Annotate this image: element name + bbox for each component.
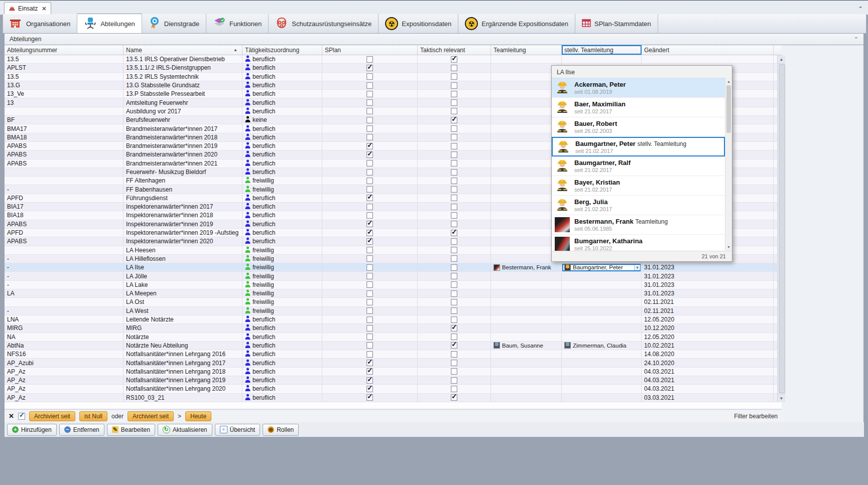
taktisch-relevant-checkbox[interactable] bbox=[451, 143, 457, 149]
module-tab-dienstgrade[interactable]: Dienstgrade bbox=[142, 14, 206, 33]
splan-checkbox[interactable] bbox=[366, 255, 373, 262]
splan-checkbox[interactable] bbox=[366, 299, 373, 305]
taktisch-relevant-checkbox[interactable] bbox=[451, 125, 457, 132]
splan-checkbox[interactable] bbox=[366, 73, 373, 80]
filter-chip[interactable]: Archiviert seit bbox=[128, 411, 174, 421]
splan-checkbox[interactable] bbox=[366, 56, 373, 63]
popup-person-item[interactable]: Ackerman, Peterseit 01.08.2019 bbox=[552, 78, 725, 98]
taktisch-relevant-checkbox[interactable] bbox=[451, 377, 457, 384]
popup-scrollbar-thumb[interactable] bbox=[726, 85, 731, 133]
splan-checkbox[interactable] bbox=[366, 212, 373, 219]
scroll-up-icon[interactable]: ▲ bbox=[778, 55, 785, 64]
splan-checkbox[interactable] bbox=[366, 178, 373, 184]
taktisch-relevant-checkbox[interactable] bbox=[451, 342, 457, 349]
module-tab-abteilungen[interactable]: Abteilungen bbox=[77, 14, 142, 33]
bearbeiten-button[interactable]: ✎Bearbeiten bbox=[107, 424, 155, 436]
rollen-button[interactable]: ◉Rollen bbox=[263, 424, 299, 436]
module-tab-erg-expo[interactable]: ☢Ergänzende Expositionsdaten bbox=[458, 14, 575, 33]
filter-chip[interactable]: ist Null bbox=[79, 411, 107, 421]
taktisch-relevant-checkbox[interactable] bbox=[451, 65, 457, 71]
splan-checkbox[interactable] bbox=[366, 351, 373, 358]
splan-checkbox[interactable] bbox=[366, 169, 373, 176]
splan-checkbox[interactable] bbox=[366, 230, 373, 236]
filter-enabled-checkbox[interactable] bbox=[18, 413, 25, 420]
taktisch-relevant-checkbox[interactable] bbox=[451, 186, 457, 193]
splan-checkbox[interactable] bbox=[366, 134, 373, 140]
module-tab-funktionen[interactable]: Funktionen bbox=[206, 14, 269, 33]
splan-checkbox[interactable] bbox=[366, 125, 373, 132]
table-row[interactable]: LALA Meepenfreiwillig31.01.2023 bbox=[5, 289, 782, 298]
splan-checkbox[interactable] bbox=[366, 151, 373, 158]
column-header-splan[interactable]: SPlan bbox=[322, 45, 418, 55]
table-row[interactable]: -LA Lakefreiwillig31.01.2023 bbox=[5, 281, 782, 289]
taktisch-relevant-checkbox[interactable] bbox=[451, 281, 457, 288]
column-header-stl[interactable]: stellv. Teamleitung bbox=[562, 45, 642, 55]
splan-checkbox[interactable] bbox=[366, 160, 373, 167]
module-tab-splan[interactable]: SPlan-Stammdaten bbox=[575, 14, 658, 33]
chevron-down-icon[interactable]: ⌄ bbox=[858, 3, 863, 10]
taktisch-relevant-checkbox[interactable] bbox=[451, 325, 457, 332]
taktisch-relevant-checkbox[interactable] bbox=[451, 221, 457, 227]
table-row[interactable]: NANotärzteberuflich12.05.2020 bbox=[5, 333, 782, 342]
aktualisieren-button[interactable]: ↻Aktualisieren bbox=[158, 424, 212, 436]
table-row[interactable]: LNALeitende Notärzteberuflich12.05.2020 bbox=[5, 315, 782, 324]
table-row[interactable]: 13.513.5.1 IRLS Operativer Dienstbetrieb… bbox=[5, 55, 782, 64]
popup-scroll-up-icon[interactable]: ▲ bbox=[725, 78, 732, 85]
splan-checkbox[interactable] bbox=[366, 195, 373, 201]
taktisch-relevant-checkbox[interactable] bbox=[451, 273, 457, 279]
popup-person-item[interactable]: Bauer, Robertseit 26.02.2003 bbox=[552, 117, 725, 137]
collapse-icon[interactable]: ⌃ bbox=[854, 36, 858, 43]
splan-checkbox[interactable] bbox=[366, 342, 373, 349]
filter-edit-link[interactable]: Filter bearbeiten bbox=[734, 413, 778, 420]
table-row[interactable]: LA Ostfreiwillig02.11.2021 bbox=[5, 298, 782, 306]
splan-checkbox[interactable] bbox=[366, 325, 373, 332]
splan-checkbox[interactable] bbox=[366, 377, 373, 384]
popup-person-item[interactable]: Bumgarner, Katharinaseit 25.10.2022 bbox=[552, 235, 725, 251]
table-row[interactable]: AP_AzNotfallsanitäter*innen Lehrgang 201… bbox=[5, 376, 782, 385]
table-row[interactable]: AP_AzNotfallsanitäter*innen Lehrgang 201… bbox=[5, 368, 782, 376]
taktisch-relevant-checkbox[interactable] bbox=[451, 299, 457, 305]
column-header-name[interactable]: Name▲ bbox=[123, 45, 242, 55]
splan-checkbox[interactable] bbox=[366, 273, 373, 279]
filter-clear-icon[interactable]: ✕ bbox=[9, 412, 14, 420]
taktisch-relevant-checkbox[interactable] bbox=[451, 307, 457, 314]
taktisch-relevant-checkbox[interactable] bbox=[451, 117, 457, 123]
column-header-act[interactable]: Tätigkeitszuordnung bbox=[242, 45, 322, 55]
splan-checkbox[interactable] bbox=[366, 108, 373, 114]
taktisch-relevant-checkbox[interactable] bbox=[451, 160, 457, 167]
entfernen-button[interactable]: −Entfernen bbox=[59, 424, 104, 436]
taktisch-relevant-checkbox[interactable] bbox=[451, 255, 457, 262]
popup-person-item[interactable]: Baer, Maximilianseit 21.02.2017 bbox=[552, 98, 725, 117]
splan-checkbox[interactable] bbox=[366, 247, 373, 253]
table-row[interactable]: -LA Westfreiwillig02.11.2021 bbox=[5, 307, 782, 315]
taktisch-relevant-checkbox[interactable] bbox=[451, 169, 457, 176]
taktisch-relevant-checkbox[interactable] bbox=[451, 334, 457, 340]
scroll-down-icon[interactable]: ▼ bbox=[778, 394, 785, 402]
taktisch-relevant-checkbox[interactable] bbox=[451, 360, 457, 366]
taktisch-relevant-checkbox[interactable] bbox=[451, 238, 457, 245]
taktisch-relevant-checkbox[interactable] bbox=[451, 290, 457, 297]
table-row[interactable]: AbtNaNotärzte Neu AbteilungberuflichBaum… bbox=[5, 342, 782, 350]
taktisch-relevant-checkbox[interactable] bbox=[451, 230, 457, 236]
table-row[interactable]: AP_AzRS100_03_21beruflich03.03.2021 bbox=[5, 394, 782, 402]
module-tab-schutz[interactable]: Schutzausrüstungseinsätze bbox=[269, 14, 379, 33]
splan-checkbox[interactable] bbox=[366, 394, 373, 401]
splan-checkbox[interactable] bbox=[366, 316, 373, 323]
column-header-date[interactable]: Geändert bbox=[642, 45, 774, 55]
column-header-takt[interactable]: Taktisch relevant bbox=[418, 45, 491, 55]
taktisch-relevant-checkbox[interactable] bbox=[451, 351, 457, 358]
filter-chip[interactable]: Heute bbox=[185, 411, 211, 421]
splan-checkbox[interactable] bbox=[366, 65, 373, 71]
taktisch-relevant-checkbox[interactable] bbox=[451, 108, 457, 114]
grid-scrollbar[interactable]: ▲ ▼ bbox=[777, 55, 785, 402]
splan-checkbox[interactable] bbox=[366, 368, 373, 375]
taktisch-relevant-checkbox[interactable] bbox=[451, 151, 457, 158]
hinzufuegen-button[interactable]: +Hinzufügen bbox=[7, 424, 57, 436]
module-tab-expo[interactable]: ☢Expositionsdaten bbox=[379, 14, 458, 33]
table-row[interactable]: -LA Jöllefreiwillig31.01.2023 bbox=[5, 272, 782, 280]
taktisch-relevant-checkbox[interactable] bbox=[451, 394, 457, 401]
taktisch-relevant-checkbox[interactable] bbox=[451, 212, 457, 219]
taktisch-relevant-checkbox[interactable] bbox=[451, 368, 457, 375]
splan-checkbox[interactable] bbox=[366, 307, 373, 314]
taktisch-relevant-checkbox[interactable] bbox=[451, 316, 457, 323]
